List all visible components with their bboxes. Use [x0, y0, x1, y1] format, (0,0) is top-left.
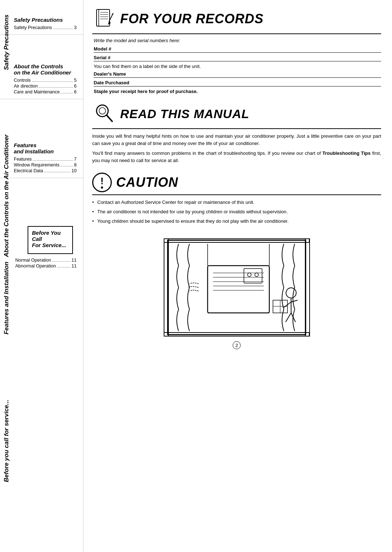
section-read-this-manual: READ THIS MANUAL Inside you will find ma…	[92, 101, 381, 167]
section-for-your-records: FOR YOUR RECORDS Write the model and ser…	[92, 7, 381, 94]
rtm-para2: You'll find many answers to common probl…	[92, 150, 381, 164]
svg-point-25	[255, 273, 258, 277]
exclamation-icon: !	[92, 173, 112, 192]
sidebar: Safety Precautions About the Controls on…	[0, 0, 83, 552]
sidebar-label-controls: About the Controls on the Air Conditione…	[3, 134, 10, 257]
caution-header: ! CAUTION	[92, 173, 381, 195]
svg-rect-23	[244, 269, 262, 283]
fyr-date-line	[94, 86, 381, 86]
fyr-header: FOR YOUR RECORDS	[92, 7, 381, 34]
illustration	[92, 237, 381, 338]
toc-controls: About the Controlson the Air Conditioner…	[0, 57, 83, 99]
toc-item-normal: Normal Operation 11	[15, 258, 78, 263]
page-number: 2	[233, 341, 241, 349]
svg-line-33	[286, 313, 291, 322]
svg-point-29	[286, 288, 296, 298]
sidebar-label-service: Before you call for service...	[3, 400, 10, 482]
caution-item-1: Contact an Authorized Service Center for…	[92, 199, 381, 206]
rtm-para2-prefix: You'll find many answers to common probl…	[92, 150, 322, 156]
rtm-header: READ THIS MANUAL	[92, 101, 381, 129]
svg-rect-12	[168, 240, 306, 335]
fyr-date-label: Date Purchased	[94, 80, 381, 85]
rtm-title: READ THIS MANUAL	[120, 107, 249, 121]
toc-item-abnormal: Abnormal Operation 11	[15, 263, 78, 269]
svg-point-24	[248, 273, 251, 277]
fyr-title: FOR YOUR RECORDS	[120, 11, 264, 27]
toc-heading-features: Featuresand Installation	[14, 142, 78, 154]
magnifier-icon	[92, 101, 116, 126]
fyr-staple-text: Staple your receipt here for proof of pu…	[94, 89, 381, 94]
fyr-body: Write the model and serial numbers here:…	[92, 38, 381, 94]
toc-features: Featuresand Installation Features 7 Wind…	[0, 136, 83, 178]
toc-service-box: Before You CallFor Service...	[28, 226, 73, 254]
page-number-container: 2	[92, 341, 381, 349]
fyr-dealer-label: Dealer's Name	[94, 71, 381, 77]
fyr-serial-label: Serial #	[94, 55, 381, 60]
toc-item-features: Features 7	[14, 157, 78, 162]
notebook-icon	[92, 7, 116, 31]
fyr-model-line	[94, 52, 381, 53]
caution-body: Contact an Authorized Service Center for…	[92, 199, 381, 225]
sidebar-label-safety: Safety Precautions	[3, 15, 10, 70]
toc-heading-controls: About the Controlson the Air Conditioner	[14, 63, 78, 76]
toc-heading-service: Before You CallFor Service...	[32, 230, 69, 248]
fyr-model-label: Model #	[94, 46, 381, 52]
caution-title: CAUTION	[116, 175, 178, 190]
caution-item-3: Young children should be supervised to e…	[92, 218, 381, 225]
toc-item-safety: Safety Precautions 3	[14, 25, 78, 30]
fyr-find-text: You can find them on a label on the side…	[94, 64, 381, 69]
main-content: FOR YOUR RECORDS Write the model and ser…	[83, 0, 392, 552]
fyr-serial-line	[94, 61, 381, 61]
toc-item-care: Care and Maintenance 6	[14, 89, 78, 94]
caution-item-2: The air conditioner is not intended for …	[92, 208, 381, 215]
rtm-para1: Inside you will find many helpful hints …	[92, 133, 381, 147]
toc-service-container: Before You CallFor Service... Normal Ope…	[0, 222, 83, 269]
fyr-dealer-line	[94, 77, 381, 78]
section-caution: ! CAUTION Contact an Authorized Service …	[92, 173, 381, 227]
caution-list: Contact an Authorized Service Center for…	[92, 199, 381, 225]
toc-service-items: Normal Operation 11 Abnormal Operation 1…	[14, 258, 78, 269]
sidebar-label-features: Features and Installation	[3, 262, 10, 334]
svg-line-11	[107, 115, 112, 121]
toc-item-electrical: Electrical Data 10	[14, 168, 78, 173]
toc-item-window: Window Requirements 8	[14, 162, 78, 168]
toc-item-controls: Controls 5	[14, 78, 78, 83]
svg-line-32	[291, 300, 298, 302]
svg-point-10	[99, 108, 106, 114]
toc-heading-safety: Safety Precautions	[14, 17, 78, 23]
toc-item-air-direction: Air direction 6	[14, 84, 78, 89]
toc-safety: Safety Precautions Safety Precautions 3	[0, 10, 83, 35]
fyr-write-prompt: Write the model and serial numbers here:	[94, 38, 381, 43]
rtm-para2-bold: Troubleshooting Tips	[322, 150, 371, 156]
